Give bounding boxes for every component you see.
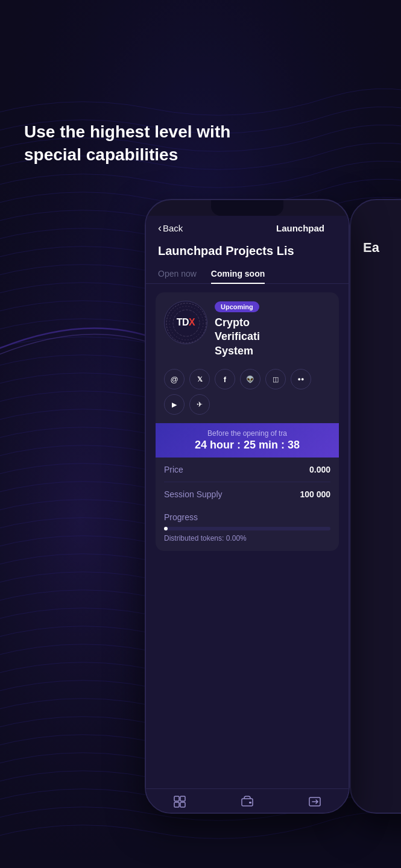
nav-bar: ‹ Back Launchpad <box>146 216 349 241</box>
social-icons-row: @ 𝕏 f 👽 ◫ ●● ▶ ✈ <box>156 366 339 423</box>
project-logo: TDX <box>164 301 207 344</box>
phone-mockup-2: Ea <box>350 199 401 814</box>
wallet-icon <box>241 795 254 811</box>
tabs-container: Open now Coming soon <box>146 264 349 284</box>
more-icon[interactable]: ●● <box>291 369 311 389</box>
svg-rect-11 <box>249 802 251 804</box>
tab-coming-soon[interactable]: Coming soon <box>211 264 265 283</box>
facebook-icon[interactable]: f <box>215 369 235 389</box>
project-name-line1: Crypto <box>215 316 250 329</box>
project-name-line2: Verificati <box>215 330 260 342</box>
svg-rect-9 <box>180 802 185 807</box>
phone2-content: Ea <box>351 216 401 268</box>
price-value: 0.000 <box>309 465 330 474</box>
youtube-icon[interactable]: ▶ <box>164 394 185 415</box>
spacer <box>146 559 349 788</box>
page-title-text: Launchpad Projects Lis <box>158 244 294 257</box>
badge-upcoming: Upcoming <box>215 301 259 312</box>
price-row: Price 0.000 <box>164 458 330 482</box>
project-card: TDX Upcoming Crypto Verificati System @ … <box>156 292 339 551</box>
distributed-label: Distributed tokens: 0.00% <box>164 534 330 542</box>
supply-label: Session Supply <box>164 489 223 499</box>
phone-screen: ‹ Back Launchpad Launchpad Projects Lis … <box>146 216 349 814</box>
phone-notch <box>211 200 283 216</box>
reddit-icon[interactable]: 👽 <box>240 369 260 389</box>
timer-label: Before the opening of tra <box>164 429 330 438</box>
nav-title: Launchpad <box>276 223 324 233</box>
logo-text: TDX <box>177 317 195 328</box>
tab-open-now-label: Open now <box>158 269 197 278</box>
trade-icon <box>308 795 321 811</box>
progress-title: Progress <box>164 512 330 522</box>
card-info: Upcoming Crypto Verificati System <box>215 301 330 358</box>
bottom-nav: Main Wallet <box>146 788 349 814</box>
timer-value: 24 hour : 25 min : 38 <box>164 439 330 451</box>
back-button[interactable]: ‹ Back <box>158 222 183 234</box>
info-rows: Price 0.000 Session Supply 100 000 <box>156 458 339 506</box>
timer-banner: Before the opening of tra 24 hour : 25 m… <box>156 423 339 458</box>
project-name-line3: System <box>215 345 253 357</box>
page-title: Launchpad Projects Lis <box>146 241 349 264</box>
project-name: Crypto Verificati System <box>215 316 330 358</box>
svg-rect-7 <box>180 796 185 801</box>
supply-value: 100 000 <box>300 489 330 499</box>
headline: Use the highest level with special capab… <box>24 121 241 166</box>
at-icon[interactable]: @ <box>164 369 185 389</box>
phone-mockup: ‹ Back Launchpad Launchpad Projects Lis … <box>145 199 350 814</box>
phone2-partial-text: Ea <box>363 240 379 255</box>
logo-x: X <box>189 317 195 327</box>
instagram-icon[interactable]: ◫ <box>265 369 286 389</box>
back-label: Back <box>163 223 183 233</box>
supply-row: Session Supply 100 000 <box>164 482 330 506</box>
card-header: TDX Upcoming Crypto Verificati System <box>156 292 339 366</box>
progress-section: Progress Distributed tokens: 0.00% <box>156 506 339 551</box>
progress-bar-bg <box>164 527 330 530</box>
price-label: Price <box>164 465 183 474</box>
headline-text: Use the highest level with special capab… <box>24 122 230 164</box>
svg-rect-6 <box>174 796 179 801</box>
grid-icon <box>173 795 186 811</box>
nav-item-wallet[interactable]: Wallet <box>213 795 281 814</box>
telegram-icon[interactable]: ✈ <box>189 394 210 415</box>
tab-coming-soon-label: Coming soon <box>211 269 265 278</box>
back-arrow-icon: ‹ <box>158 222 162 234</box>
progress-bar-fill <box>164 527 168 530</box>
twitter-icon[interactable]: 𝕏 <box>189 369 210 389</box>
svg-rect-8 <box>174 802 179 807</box>
tab-open-now[interactable]: Open now <box>158 264 197 283</box>
